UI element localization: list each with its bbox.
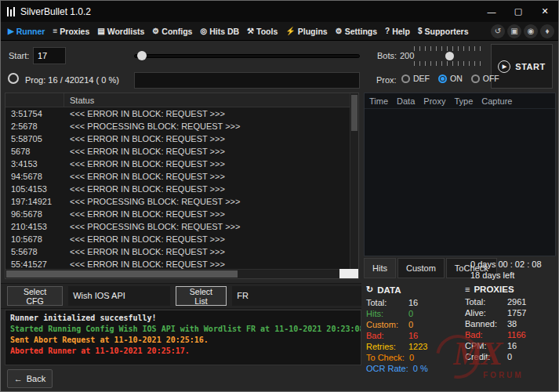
menu-item-wordlists[interactable]: ▤Wordlists — [93, 22, 148, 40]
titlebar: SilverBullet 1.0.2 —▢✕ — [1, 1, 558, 22]
results-columns: TimeDataProxyTypeCapture — [365, 93, 555, 109]
start-input[interactable] — [33, 47, 66, 64]
results-column-type: Type — [454, 96, 473, 106]
log-row[interactable]: 2:5678<<< PROCESSING BLOCK: REQUEST >>> — [5, 120, 350, 132]
log-row[interactable]: 96:5678<<< ERROR IN BLOCK: REQUEST >>> — [5, 208, 350, 220]
cart-icon[interactable]: ♦ — [540, 24, 554, 38]
log-row[interactable]: 3:4153<<< ERROR IN BLOCK: REQUEST >>> — [5, 158, 350, 170]
config-bar: Select CFG Wish IOS API Select List FR — [1, 283, 361, 309]
start-button-label: START — [515, 62, 545, 71]
runner-text-input[interactable] — [134, 72, 360, 89]
runner-log-line: Sent Abort Request at 11-10-2021 20:25:1… — [10, 335, 356, 346]
log-row[interactable]: 210:4153<<< PROCESSING BLOCK: REQUEST >>… — [5, 220, 350, 233]
tab-custom[interactable]: Custom — [397, 258, 445, 278]
start-slider[interactable] — [134, 51, 360, 60]
log-row-id: 105:4153 — [5, 184, 64, 194]
stat-label: Banned: — [465, 319, 503, 328]
select-cfg-button[interactable]: Select CFG — [7, 286, 63, 306]
menu-item-configs[interactable]: ⚙Configs — [148, 22, 196, 40]
menu-item-plugins[interactable]: ⚡Plugins — [281, 22, 331, 40]
log-row-id: 210:4153 — [5, 222, 64, 231]
log-row-id: 5:58705 — [5, 134, 64, 143]
proxies-panel: ≡ PROXIES Total:2961Alive:1757Banned:38B… — [465, 285, 557, 362]
log-row[interactable]: 94:5678<<< ERROR IN BLOCK: REQUEST >>> — [5, 170, 350, 183]
radio-icon — [401, 74, 410, 83]
results-column-time: Time — [369, 96, 388, 106]
log-row-status: <<< PROCESSING BLOCK: REQUEST >>> — [64, 222, 240, 231]
minimize-button[interactable]: — — [478, 1, 505, 22]
menu-item-supporters[interactable]: $Supporters — [414, 22, 473, 40]
start-slider-thumb[interactable] — [137, 51, 147, 60]
config-name: Wish IOS API — [68, 286, 170, 306]
menu-item-label: Proxies — [60, 27, 89, 36]
back-button-label: Back — [27, 374, 45, 383]
log-row-id: 5678 — [5, 147, 64, 156]
log-row[interactable]: 55:41527<<< ERROR IN BLOCK: REQUEST >>> — [5, 258, 350, 269]
bots-slider[interactable] — [414, 46, 483, 66]
watermark-subtext: FORUM — [483, 371, 524, 379]
menu-item-hits-db[interactable]: ◎Hits DB — [196, 22, 243, 40]
vertical-scrollbar[interactable] — [350, 93, 358, 269]
menu-item-runner[interactable]: ▶Runner — [4, 22, 49, 40]
stat-label: Custom: — [366, 320, 404, 329]
proxy-mode-on[interactable]: ON — [438, 74, 463, 83]
bots-slider-ticks — [414, 61, 483, 66]
horizontal-scrollbar-thumb[interactable] — [6, 270, 238, 278]
history-icon[interactable]: ↺ — [491, 24, 505, 38]
stat-value: 1223 — [408, 342, 427, 351]
menu-item-proxies[interactable]: ≡Proxies — [49, 22, 93, 40]
log-row-id: 3:4153 — [5, 159, 64, 169]
plugins-icon: ⚡ — [285, 27, 295, 35]
proxy-mode-off[interactable]: OFF — [471, 74, 499, 83]
menu-item-label: Wordlists — [107, 27, 145, 36]
start-button[interactable]: ▶ START — [491, 44, 553, 89]
proxies-icon: ≡ — [53, 27, 57, 35]
menu-item-tools[interactable]: ⚒Tools — [243, 22, 281, 40]
runner-log-line: Aborted Runner at 11-10-2021 20:25:17. — [10, 346, 356, 357]
stat-row: Credit:0 — [465, 351, 557, 362]
close-button[interactable]: ✕ — [532, 1, 558, 22]
bots-slider-thumb[interactable] — [445, 52, 454, 60]
select-list-button[interactable]: Select List — [176, 286, 227, 306]
log-row-status: <<< ERROR IN BLOCK: REQUEST >>> — [64, 109, 225, 118]
stat-label: CPM: — [465, 341, 503, 350]
window-title: SilverBullet 1.0.2 — [20, 6, 91, 17]
horizontal-scrollbar[interactable] — [5, 269, 339, 278]
progress-radio-icon[interactable] — [8, 73, 19, 84]
configs-icon: ⚙ — [152, 27, 159, 35]
proxies-panel-header: ≡ PROXIES — [465, 285, 557, 294]
stat-row: Banned:38 — [465, 318, 557, 329]
data-panel-header: ↻ DATA — [366, 285, 462, 295]
log-row[interactable]: 5678<<< ERROR IN BLOCK: REQUEST >>> — [5, 145, 350, 158]
stat-label: Credit: — [465, 352, 503, 361]
help-icon: ? — [385, 27, 390, 35]
menu-icon-buttons: ↺▣◉♦ — [491, 24, 558, 38]
log-row-status: <<< ERROR IN BLOCK: REQUEST >>> — [64, 260, 225, 269]
log-row[interactable]: 10:5678<<< ERROR IN BLOCK: REQUEST >>> — [5, 233, 350, 245]
discord-icon[interactable]: ◉ — [524, 24, 538, 38]
log-row[interactable]: 105:4153<<< ERROR IN BLOCK: REQUEST >>> — [5, 183, 350, 195]
runner-log: Runner initialized succesfully!Started R… — [5, 310, 361, 365]
log-row-id: 2:5678 — [5, 122, 64, 131]
log-row[interactable]: 3:51754<<< ERROR IN BLOCK: REQUEST >>> — [5, 107, 350, 120]
proxy-mode-def[interactable]: DEF — [401, 74, 430, 83]
vertical-scrollbar-thumb[interactable] — [351, 95, 358, 131]
runner-log-line: Started Running Config Wish IOS API with… — [10, 324, 356, 335]
stat-row: Bad:16 — [366, 330, 462, 341]
camera-icon[interactable]: ▣ — [507, 24, 521, 38]
menu-item-label: Supporters — [425, 27, 469, 36]
menu-item-label: Help — [392, 27, 410, 36]
log-row[interactable]: 5:58705<<< ERROR IN BLOCK: REQUEST >>> — [5, 132, 350, 145]
log-row[interactable]: 5:5678<<< ERROR IN BLOCK: REQUEST >>> — [5, 245, 350, 258]
log-row-id: 3:51754 — [5, 109, 64, 118]
back-button[interactable]: ← Back — [7, 369, 53, 388]
progress-label: Prog: 16 / 420214 ( 0 %) — [25, 75, 119, 85]
menu-item-help[interactable]: ?Help — [381, 22, 414, 40]
maximize-button[interactable]: ▢ — [505, 1, 532, 22]
menu-item-settings[interactable]: ⚙Settings — [332, 22, 381, 40]
log-row[interactable]: 197:14921<<< PROCESSING BLOCK: REQUEST >… — [5, 195, 350, 208]
stat-label: Bad: — [366, 331, 404, 340]
results-column-proxy: Proxy — [423, 96, 445, 106]
data-stats-rows: Total:16Hits:0Custom:0Bad:16Retries:1223… — [366, 297, 462, 374]
tab-hits[interactable]: Hits — [364, 258, 396, 278]
